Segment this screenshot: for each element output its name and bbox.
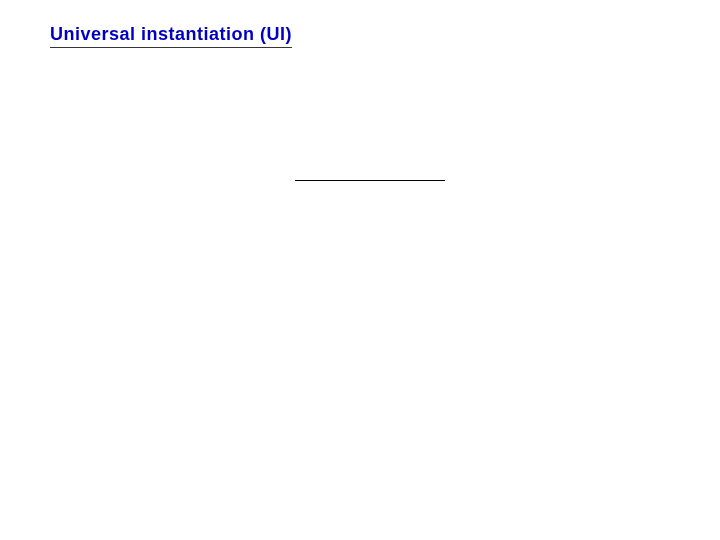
slide-title: Universal instantiation (UI) [50,24,292,48]
inference-rule-divider [295,180,445,181]
